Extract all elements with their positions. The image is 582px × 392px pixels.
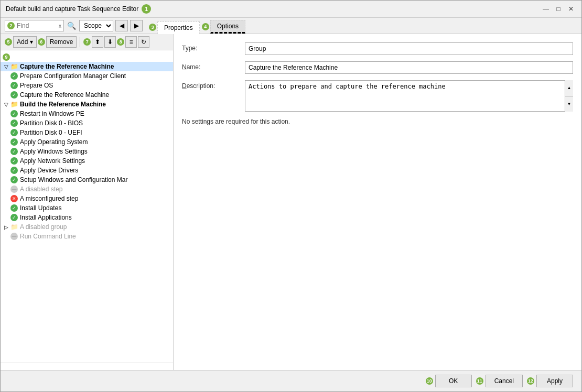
desc-textarea[interactable]: Actions to prepare and capture the refer… bbox=[245, 80, 573, 112]
title-badge: 1 bbox=[142, 4, 151, 14]
tree-item-apply-win[interactable]: ✓ Apply Windows Settings bbox=[1, 147, 173, 156]
cancel-badge: 11 bbox=[476, 377, 483, 385]
tree-item-setup-win[interactable]: ✓ Setup Windows and Configuration Mar bbox=[1, 175, 173, 184]
tree-item-prepare-cm[interactable]: ✓ Prepare Configuration Manager Client bbox=[1, 71, 173, 81]
tree-item-build-group[interactable]: ▽ 📁 Build the Reference Machine bbox=[1, 100, 173, 109]
green-check-icon-6: ✓ bbox=[10, 128, 18, 137]
minimize-button[interactable]: — bbox=[541, 4, 551, 14]
find-clear-icon[interactable]: x bbox=[59, 23, 61, 29]
ok-badge: 10 bbox=[426, 377, 433, 385]
find-input[interactable] bbox=[17, 22, 59, 29]
action-toolbar: 5 Add ▾ 6 Remove 7 ⬆ ⬇ 8 ≡ ↻ bbox=[1, 34, 173, 50]
expand-icon-build[interactable]: ▽ bbox=[3, 102, 10, 107]
tree-scrollbar[interactable] bbox=[1, 363, 173, 370]
green-check-icon-4: ✓ bbox=[10, 110, 18, 118]
apply-wrap: 12 Apply bbox=[527, 375, 573, 387]
tree-label-install-apps: Install Applications bbox=[20, 214, 72, 221]
apply-badge: 12 bbox=[527, 377, 534, 385]
green-check-icon-8: ✓ bbox=[10, 147, 18, 156]
tree-item-install-apps[interactable]: ✓ Install Applications bbox=[1, 213, 173, 222]
remove-badge: 6 bbox=[38, 38, 45, 46]
properties-tab[interactable]: Properties bbox=[157, 21, 200, 34]
left-panel: 5 Add ▾ 6 Remove 7 ⬆ ⬇ 8 ≡ ↻ 9 bbox=[1, 34, 174, 370]
tree-item-apply-net[interactable]: ✓ Apply Network Settings bbox=[1, 156, 173, 166]
list-icon-button[interactable]: ≡ bbox=[125, 36, 137, 48]
scroll-up-icon[interactable]: ▲ bbox=[565, 80, 573, 96]
tree-item-apply-drivers[interactable]: ✓ Apply Device Drivers bbox=[1, 166, 173, 175]
up-badge: 7 bbox=[83, 38, 91, 46]
toolbar-separator bbox=[80, 37, 80, 47]
desc-scroll[interactable]: ▲ ▼ bbox=[565, 80, 573, 112]
tree-item-run-cmd[interactable]: — Run Command Line bbox=[1, 232, 173, 241]
search-toolbar: 2 x 🔍 Scope ◀ ▶ bbox=[1, 18, 147, 34]
refresh-icon-button[interactable]: ↻ bbox=[138, 36, 149, 48]
title-bar-left: Default build and capture Task Sequence … bbox=[6, 4, 151, 14]
tree-badge: 9 bbox=[3, 53, 10, 61]
tree-item-capture-ref[interactable]: ✓ Capture the Reference Machine bbox=[1, 90, 173, 100]
cancel-wrap: 11 Cancel bbox=[476, 375, 523, 387]
green-check-icon-3: ✓ bbox=[10, 91, 18, 99]
nav-back-button[interactable]: ◀ bbox=[115, 20, 128, 31]
title-text: Default build and capture Task Sequence … bbox=[6, 5, 138, 13]
desc-row: Description: Actions to prepare and capt… bbox=[182, 80, 573, 112]
expand-icon-disabled-group[interactable]: ▷ bbox=[3, 224, 10, 230]
scroll-down-icon[interactable]: ▼ bbox=[565, 96, 573, 112]
nav-forward-button[interactable]: ▶ bbox=[130, 20, 143, 31]
grey-dash-icon-1: — bbox=[10, 185, 18, 193]
search-icon[interactable]: 🔍 bbox=[67, 21, 76, 30]
cancel-button[interactable]: Cancel bbox=[486, 375, 523, 387]
desc-label: Description: bbox=[182, 80, 245, 90]
folder-icon-capture: 📁 bbox=[10, 62, 18, 71]
main-content: 5 Add ▾ 6 Remove 7 ⬆ ⬇ 8 ≡ ↻ 9 bbox=[1, 34, 581, 370]
tree-label-run-cmd: Run Command Line bbox=[20, 233, 76, 240]
tree-label-capture-group: Capture the Reference Machine bbox=[20, 63, 114, 70]
remove-button[interactable]: Remove bbox=[46, 36, 77, 48]
tree-label-apply-os: Apply Operating System bbox=[20, 138, 88, 146]
properties-panel: Type: Name: Description: Actions to prep… bbox=[174, 34, 581, 370]
tree-item-install-updates[interactable]: ✓ Install Updates bbox=[1, 203, 173, 213]
ok-wrap: 10 OK bbox=[426, 375, 472, 387]
close-button[interactable]: ✕ bbox=[566, 4, 576, 14]
ok-button[interactable]: OK bbox=[435, 375, 472, 387]
tree-item-partition-bios[interactable]: ✓ Partition Disk 0 - BIOS bbox=[1, 118, 173, 128]
find-badge: 2 bbox=[7, 22, 15, 29]
tree-item-disabled-group[interactable]: ▷ 📁 A disabled group bbox=[1, 222, 173, 232]
tree-label-capture-ref: Capture the Reference Machine bbox=[20, 91, 109, 99]
maximize-button[interactable]: □ bbox=[553, 4, 564, 14]
name-row: Name: bbox=[182, 61, 573, 74]
tree-item-disabled-step[interactable]: — A disabled step bbox=[1, 184, 173, 194]
tree-item-prepare-os[interactable]: ✓ Prepare OS bbox=[1, 81, 173, 90]
tree-item-misc-step[interactable]: ✕ A misconfigured step bbox=[1, 194, 173, 203]
apply-button[interactable]: Apply bbox=[536, 375, 573, 387]
tree-label-partition-uefi: Partition Disk 0 - UEFI bbox=[20, 129, 82, 136]
tree-label-misc-step: A misconfigured step bbox=[20, 195, 78, 202]
tree-item-partition-uefi[interactable]: ✓ Partition Disk 0 - UEFI bbox=[1, 128, 173, 137]
tree-item-apply-os[interactable]: ✓ Apply Operating System bbox=[1, 137, 173, 147]
tree-item-restart-winpe[interactable]: ✓ Restart in Windows PE bbox=[1, 109, 173, 118]
tree-label-setup-win: Setup Windows and Configuration Mar bbox=[20, 176, 127, 183]
tree-label-prepare-os: Prepare OS bbox=[20, 82, 53, 89]
tree-label-restart-winpe: Restart in Windows PE bbox=[20, 110, 84, 117]
right-panel: Type: Name: Description: Actions to prep… bbox=[174, 34, 581, 370]
find-box: 2 x bbox=[5, 20, 64, 31]
move-down-button[interactable]: ⬇ bbox=[104, 36, 116, 48]
green-check-icon-7: ✓ bbox=[10, 138, 18, 146]
green-check-icon-10: ✓ bbox=[10, 166, 18, 175]
move-up-button[interactable]: ⬆ bbox=[92, 36, 103, 48]
tree-label-install-updates: Install Updates bbox=[20, 204, 61, 212]
folder-icon-build: 📁 bbox=[10, 100, 18, 108]
tree-item-capture-group[interactable]: ▽ 📁 Capture the Reference Machine bbox=[1, 62, 173, 71]
tree-label-prepare-cm: Prepare Configuration Manager Client bbox=[20, 72, 126, 80]
green-check-icon-11: ✓ bbox=[10, 176, 18, 184]
expand-icon-capture[interactable]: ▽ bbox=[3, 64, 10, 70]
type-input[interactable] bbox=[245, 42, 573, 55]
add-button[interactable]: Add ▾ bbox=[13, 36, 37, 48]
name-input[interactable] bbox=[245, 61, 573, 74]
green-check-icon-5: ✓ bbox=[10, 119, 18, 127]
type-label: Type: bbox=[182, 42, 245, 52]
tree-label-disabled-step: A disabled step bbox=[20, 186, 62, 193]
options-tab[interactable]: Options bbox=[210, 20, 245, 34]
tree-container[interactable]: 9 ▽ 📁 Capture the Reference Machine ✓ Pr… bbox=[1, 50, 173, 363]
scope-dropdown[interactable]: Scope bbox=[79, 20, 113, 31]
desc-wrap: Actions to prepare and capture the refer… bbox=[245, 80, 573, 112]
